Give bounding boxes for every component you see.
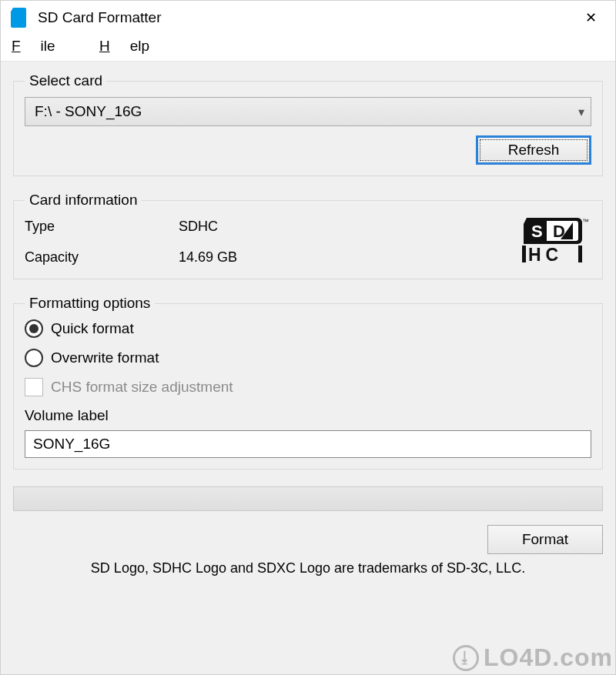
app-window: SD Card Formatter ✕ File Help Select car… xyxy=(0,0,616,675)
checkbox-icon xyxy=(25,378,43,396)
card-drive-value: F:\ - SONY_16G xyxy=(35,103,142,120)
menu-file[interactable]: File xyxy=(12,38,75,54)
select-card-group: Select card F:\ - SONY_16G ▾ Refresh xyxy=(13,72,603,176)
volume-label-caption: Volume label xyxy=(25,407,591,424)
type-label: Type xyxy=(25,219,179,235)
titlebar: SD Card Formatter ✕ xyxy=(1,1,615,35)
sd-card-icon xyxy=(10,8,28,27)
format-options-group: Formatting options Quick format Overwrit… xyxy=(13,295,603,469)
card-drive-select[interactable]: F:\ - SONY_16G ▾ xyxy=(25,97,591,126)
svg-rect-4 xyxy=(522,246,526,262)
refresh-button[interactable]: Refresh xyxy=(476,135,591,165)
menubar: File Help xyxy=(1,35,615,61)
capacity-value: 14.69 GB xyxy=(179,249,507,266)
type-value: SDHC xyxy=(179,219,507,235)
sdhc-logo-icon: S D ™ HC xyxy=(522,216,591,268)
chs-format-checkbox[interactable]: CHS format size adjustment xyxy=(25,378,591,396)
menu-help[interactable]: Help xyxy=(99,38,169,54)
radio-icon xyxy=(25,319,43,338)
capacity-label: Capacity xyxy=(25,249,179,266)
svg-text:D: D xyxy=(553,222,565,241)
svg-text:S: S xyxy=(531,222,543,241)
select-card-legend: Select card xyxy=(25,72,107,89)
format-options-legend: Formatting options xyxy=(25,295,155,312)
quick-format-radio[interactable]: Quick format xyxy=(25,319,591,338)
svg-text:™: ™ xyxy=(582,218,589,226)
svg-text:HC: HC xyxy=(528,245,563,264)
close-button[interactable]: ✕ xyxy=(569,1,612,35)
format-button[interactable]: Format xyxy=(487,525,603,554)
volume-label-input[interactable] xyxy=(25,430,591,458)
svg-rect-5 xyxy=(578,246,582,262)
window-title: SD Card Formatter xyxy=(38,9,569,26)
card-info-group: Card information Type SDHC S D ™ xyxy=(13,192,603,279)
radio-icon xyxy=(25,349,43,367)
client-area: Select card F:\ - SONY_16G ▾ Refresh Car… xyxy=(1,61,615,674)
progress-bar xyxy=(13,486,603,511)
overwrite-format-radio[interactable]: Overwrite format xyxy=(25,349,591,367)
trademark-text: SD Logo, SDHC Logo and SDXC Logo are tra… xyxy=(13,560,603,581)
chevron-down-icon: ▾ xyxy=(578,105,584,119)
close-icon: ✕ xyxy=(585,9,597,26)
card-info-legend: Card information xyxy=(25,192,142,209)
